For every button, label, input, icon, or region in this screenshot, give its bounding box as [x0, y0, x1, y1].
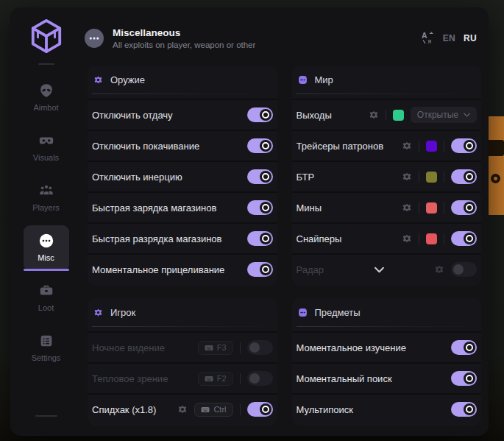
toggle-switch[interactable]	[451, 169, 477, 184]
gear-icon[interactable]	[369, 110, 379, 120]
keyboard-icon	[205, 345, 213, 351]
toggle-switch[interactable]	[247, 402, 273, 417]
toggle-switch[interactable]	[451, 231, 477, 246]
row-controls	[402, 231, 477, 246]
section-weapon: ОружиеОтключить отдачуОтключить покачива…	[88, 66, 277, 286]
toggle-switch[interactable]	[247, 231, 273, 246]
section-world: МирВыходыОткрытыеТрейсеры патроновБТРМин…	[292, 66, 482, 286]
sidebar-item-visuals[interactable]: Visuals	[24, 125, 69, 171]
color-swatch[interactable]	[426, 202, 437, 214]
row-controls	[247, 200, 273, 215]
sidebar-item-label: Misc	[38, 253, 54, 262]
sidebar-divider	[38, 63, 54, 65]
toggle-switch[interactable]	[247, 107, 273, 122]
lang-option-ru[interactable]: RU	[464, 33, 477, 43]
control-separator	[240, 373, 241, 384]
keyboard-icon	[205, 375, 213, 382]
toggle-switch[interactable]	[451, 138, 477, 153]
gear-icon[interactable]	[434, 264, 444, 275]
toggle-switch[interactable]	[247, 169, 273, 184]
alien-icon	[38, 82, 54, 99]
toggle-switch[interactable]	[451, 340, 477, 355]
sidebar-item-misc[interactable]: Misc	[24, 225, 69, 271]
feature-row: Трейсеры патронов	[292, 130, 482, 160]
toggle-switch[interactable]	[247, 200, 273, 215]
feature-row: Ночное видениеF3	[88, 331, 277, 362]
lang-option-en[interactable]: EN	[443, 33, 455, 43]
feature-row: Отключить отдачу	[88, 99, 277, 130]
row-controls: Ctrl	[177, 402, 272, 417]
feature-label: Мины	[297, 202, 402, 214]
control-separator	[419, 233, 419, 244]
toggle-knob	[464, 233, 475, 244]
color-swatch[interactable]	[426, 233, 437, 244]
toggle-knob	[464, 403, 475, 415]
feature-label: Мультипоиск	[297, 404, 452, 415]
page-subtitle: All exploits on player, weapon or other	[113, 40, 255, 49]
row-controls	[247, 262, 273, 277]
control-separator	[444, 172, 444, 183]
row-controls	[434, 262, 477, 277]
feature-label: Моментальное прицеливание	[92, 264, 247, 275]
chevron-down-icon[interactable]	[324, 267, 434, 273]
hotkey-badge[interactable]: Ctrl	[194, 403, 233, 417]
row-controls: Открытые	[369, 107, 477, 123]
section-divider	[92, 326, 274, 327]
toggle-knob	[464, 202, 475, 214]
feature-label: Радар	[297, 264, 324, 275]
feature-row: Отключить инерцию	[88, 160, 277, 191]
feature-row: Спидхак (x1.8)Ctrl	[88, 393, 277, 424]
toggle-knob	[249, 342, 260, 353]
section-divider	[297, 326, 479, 327]
color-swatch[interactable]	[426, 141, 437, 152]
row-controls	[247, 138, 273, 153]
toggle-knob	[464, 342, 475, 353]
sidebar: AimbotVisualsPlayersMiscLootSettings	[10, 7, 82, 436]
color-swatch[interactable]	[393, 110, 404, 121]
section-title: Мир	[315, 74, 333, 85]
section-title: Игрок	[110, 307, 135, 318]
toggle-switch[interactable]	[247, 138, 273, 153]
feature-row: Радар	[292, 253, 482, 284]
hotkey-badge[interactable]: F3	[198, 341, 233, 355]
dropdown-select[interactable]: Открытые	[411, 107, 477, 123]
sidebar-item-loot[interactable]: Loot	[24, 275, 69, 321]
gear-icon[interactable]	[177, 404, 188, 414]
toggle-knob	[260, 171, 271, 183]
color-swatch[interactable]	[426, 172, 437, 183]
toggle-switch[interactable]	[247, 340, 273, 355]
section-title: Оружие	[110, 74, 145, 85]
gear-icon[interactable]	[402, 172, 412, 182]
toggle-switch[interactable]	[451, 200, 477, 215]
row-controls: F2	[198, 371, 273, 386]
toggle-switch[interactable]	[451, 402, 477, 417]
toggle-switch[interactable]	[451, 371, 477, 386]
feature-row: Быстрая разрядка магазинов	[88, 222, 277, 253]
gear-icon	[93, 308, 103, 317]
section-header: Игрок	[88, 298, 277, 326]
sidebar-item-label: Aimbot	[33, 103, 58, 112]
control-separator	[419, 202, 419, 214]
gear-icon[interactable]	[402, 233, 412, 244]
gear-icon[interactable]	[402, 202, 412, 213]
hotkey-label: Ctrl	[213, 406, 226, 414]
control-separator	[386, 110, 386, 121]
toggle-knob	[260, 140, 271, 152]
feature-label: Отключить инерцию	[92, 172, 247, 183]
sidebar-item-settings[interactable]: Settings	[24, 325, 69, 371]
hotkey-badge[interactable]: F2	[198, 372, 233, 386]
sidebar-item-players[interactable]: Players	[24, 175, 69, 221]
toggle-switch[interactable]	[247, 262, 273, 277]
section-header: Мир	[292, 66, 482, 94]
toggle-knob	[464, 140, 475, 152]
translate-icon: A я	[421, 31, 435, 45]
control-separator	[444, 233, 444, 244]
section-header: Предметы	[292, 298, 482, 326]
toggle-switch[interactable]	[247, 371, 273, 386]
gear-icon[interactable]	[402, 141, 412, 151]
section-divider	[297, 94, 479, 94]
sidebar-item-label: Settings	[32, 353, 61, 362]
sidebar-item-aimbot[interactable]: Aimbot	[24, 75, 69, 121]
app-logo-cube-icon	[29, 18, 63, 54]
toggle-switch[interactable]	[451, 262, 477, 277]
